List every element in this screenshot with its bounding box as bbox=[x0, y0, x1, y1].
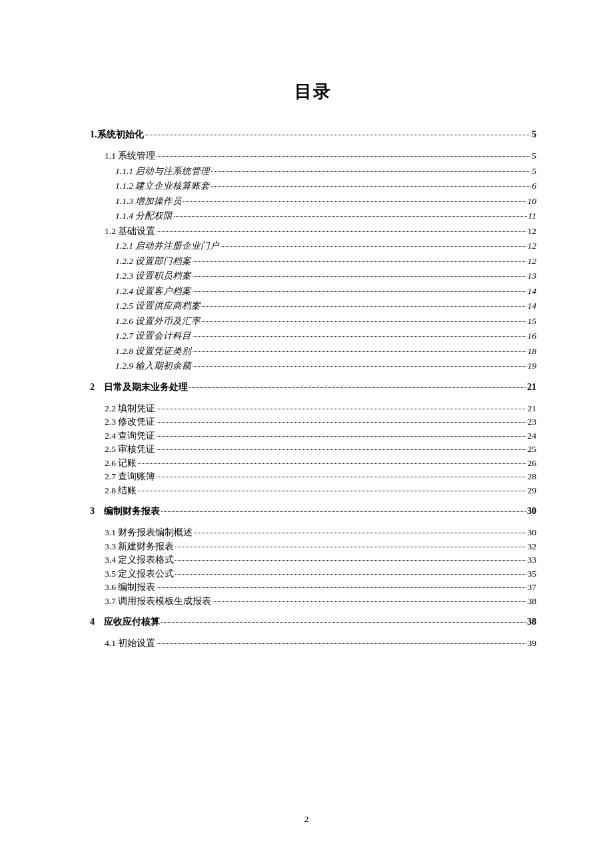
toc-entry: 2.6 记账26 bbox=[90, 459, 536, 468]
toc-entry-label: 2.7 查询账簿 bbox=[105, 472, 155, 481]
toc-dots bbox=[157, 436, 526, 437]
toc-dots bbox=[157, 477, 526, 477]
toc-entry-label: 1.2.4 设置客户档案 bbox=[115, 287, 191, 296]
toc-entry-page: 28 bbox=[528, 472, 537, 481]
toc-entry-label: 2.5 审核凭证 bbox=[105, 445, 155, 454]
toc-entry-page: 26 bbox=[528, 459, 537, 468]
toc-entry-page: 5 bbox=[532, 130, 536, 139]
toc-entry-page: 30 bbox=[527, 507, 536, 516]
toc-entry: 1.1 系统管理5 bbox=[90, 151, 536, 161]
toc-entry-label: 1.2.7 设置会计科目 bbox=[115, 331, 191, 341]
toc-dots bbox=[194, 533, 526, 533]
toc-entry: 1.2.9 输入期初余额19 bbox=[90, 361, 536, 371]
toc-entry-label: 1.2.2 设置部门档案 bbox=[115, 257, 191, 266]
toc-entry: 2.4 查询凭证24 bbox=[90, 431, 536, 441]
toc-entry-label: 1.系统初始化 bbox=[90, 130, 144, 139]
toc-entry-label: 3.4 定义报表格式 bbox=[105, 555, 174, 565]
toc-entry-page: 39 bbox=[528, 639, 537, 648]
toc-entry: 3.7 调用报表模板生成报表38 bbox=[90, 597, 536, 606]
toc-entry-label: 3.6 编制报表 bbox=[105, 583, 155, 592]
toc-entry-label: 1.1.2 建立企业核算账套 bbox=[115, 181, 210, 191]
table-of-contents: 1.系统初始化51.1 系统管理51.1.1 启动与注系统管理51.1.2 建立… bbox=[90, 130, 536, 648]
toc-entry-page: 10 bbox=[528, 197, 537, 206]
toc-dots bbox=[189, 387, 526, 388]
toc-entry: 4.1 初始设置39 bbox=[90, 639, 536, 648]
toc-dots bbox=[193, 276, 526, 277]
toc-dots bbox=[193, 336, 526, 337]
page-number-footer: 2 bbox=[0, 814, 613, 825]
toc-entry-page: 16 bbox=[528, 331, 537, 341]
toc-dots bbox=[157, 422, 526, 423]
toc-entry-page: 15 bbox=[528, 317, 537, 326]
toc-dots bbox=[157, 643, 526, 644]
toc-entry: 1.系统初始化5 bbox=[90, 130, 536, 139]
toc-entry-label: 2.4 查询凭证 bbox=[105, 431, 155, 441]
toc-dots bbox=[175, 574, 526, 575]
toc-dots bbox=[193, 366, 526, 367]
toc-entry-label: 3.1 财务报表编制概述 bbox=[105, 528, 193, 537]
page-title: 目录 bbox=[90, 80, 536, 103]
toc-entry-page: 38 bbox=[528, 597, 537, 606]
toc-dots bbox=[157, 449, 526, 450]
toc-entry-page: 13 bbox=[528, 271, 537, 281]
toc-entry-page: 23 bbox=[528, 417, 537, 427]
toc-dots bbox=[145, 135, 531, 135]
toc-entry-label: 1.2.1 启动并注册企业门户 bbox=[115, 241, 219, 251]
toc-entry: 1.1.1 启动与注系统管理5 bbox=[90, 167, 536, 176]
toc-entry-page: 19 bbox=[528, 361, 537, 371]
toc-entry-page: 6 bbox=[532, 181, 536, 191]
toc-dots bbox=[193, 351, 526, 352]
toc-entry: 1.1.3 增加操作员10 bbox=[90, 197, 536, 206]
toc-entry: 1.2.5 设置供应商档案14 bbox=[90, 301, 536, 311]
toc-entry: 3 编制财务报表30 bbox=[90, 507, 536, 516]
toc-entry-label: 1.2.8 设置凭证类别 bbox=[115, 347, 191, 356]
toc-entry-label: 2.3 修改凭证 bbox=[105, 417, 155, 427]
toc-entry: 1.2.4 设置客户档案14 bbox=[90, 287, 536, 296]
toc-entry: 1.2.1 启动并注册企业门户12 bbox=[90, 241, 536, 251]
toc-entry: 3.4 定义报表格式33 bbox=[90, 555, 536, 565]
toc-entry: 2.5 审核凭证25 bbox=[90, 445, 536, 454]
toc-dots bbox=[221, 246, 526, 247]
toc-entry: 1.1.2 建立企业核算账套6 bbox=[90, 181, 536, 191]
toc-entry: 1.2.8 设置凭证类别18 bbox=[90, 347, 536, 356]
toc-entry: 2.7 查询账簿28 bbox=[90, 472, 536, 481]
toc-entry-page: 21 bbox=[527, 383, 536, 392]
toc-entry-label: 1.2.6 设置外币及汇率 bbox=[115, 317, 201, 326]
toc-dots bbox=[138, 491, 526, 491]
toc-dots bbox=[157, 587, 526, 588]
toc-entry-page: 12 bbox=[528, 241, 537, 251]
toc-entry: 1.2.3 设置职员档案13 bbox=[90, 271, 536, 281]
toc-entry-label: 3.7 调用报表模板生成报表 bbox=[105, 597, 211, 606]
toc-entry-label: 1.1.1 启动与注系统管理 bbox=[115, 167, 210, 176]
toc-dots bbox=[175, 560, 526, 561]
toc-entry-page: 5 bbox=[532, 167, 536, 176]
toc-entry-label: 4 应收应付核算 bbox=[90, 617, 160, 627]
toc-entry-page: 33 bbox=[528, 555, 537, 565]
toc-entry: 4 应收应付核算38 bbox=[90, 617, 536, 627]
toc-entry-page: 5 bbox=[532, 151, 536, 161]
toc-entry-label: 4.1 初始设置 bbox=[105, 639, 155, 648]
toc-entry-label: 2.8 结账 bbox=[105, 486, 137, 495]
toc-entry: 1.2.7 设置会计科目16 bbox=[90, 331, 536, 341]
toc-entry-page: 25 bbox=[528, 445, 537, 454]
toc-entry-label: 3.5 定义报表公式 bbox=[105, 569, 174, 579]
toc-dots bbox=[174, 216, 526, 217]
toc-entry-page: 18 bbox=[528, 347, 537, 356]
toc-dots bbox=[161, 622, 526, 623]
toc-dots bbox=[157, 409, 526, 409]
toc-entry-label: 1.2.3 设置职员档案 bbox=[115, 271, 191, 281]
toc-dots bbox=[202, 321, 526, 322]
toc-entry: 3.5 定义报表公式35 bbox=[90, 569, 536, 579]
toc-dots bbox=[138, 463, 526, 464]
toc-entry-page: 37 bbox=[528, 583, 537, 592]
toc-dots bbox=[157, 231, 526, 232]
toc-entry-page: 14 bbox=[528, 287, 537, 296]
toc-entry: 2 日常及期末业务处理21 bbox=[90, 383, 536, 392]
toc-entry: 2.3 修改凭证23 bbox=[90, 417, 536, 427]
toc-dots bbox=[211, 186, 530, 187]
toc-entry: 1.1.4 分配权限11 bbox=[90, 211, 536, 221]
toc-entry-page: 29 bbox=[528, 486, 537, 495]
toc-entry: 3.6 编制报表37 bbox=[90, 583, 536, 592]
toc-entry: 2.2 填制凭证21 bbox=[90, 404, 536, 413]
toc-entry-page: 35 bbox=[528, 569, 537, 579]
